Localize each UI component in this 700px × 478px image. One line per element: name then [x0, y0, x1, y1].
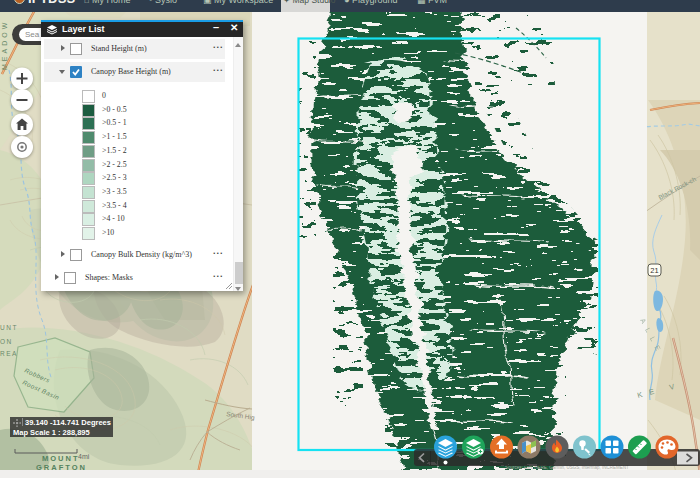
svg-text:MEADOW: MEADOW [1, 20, 8, 70]
svg-text:21: 21 [650, 266, 658, 275]
svg-text:4mi: 4mi [78, 453, 90, 460]
svg-text:ON: ON [0, 338, 13, 345]
svg-text:UNT: UNT [0, 324, 18, 331]
svg-text:REA: REA [0, 350, 18, 357]
